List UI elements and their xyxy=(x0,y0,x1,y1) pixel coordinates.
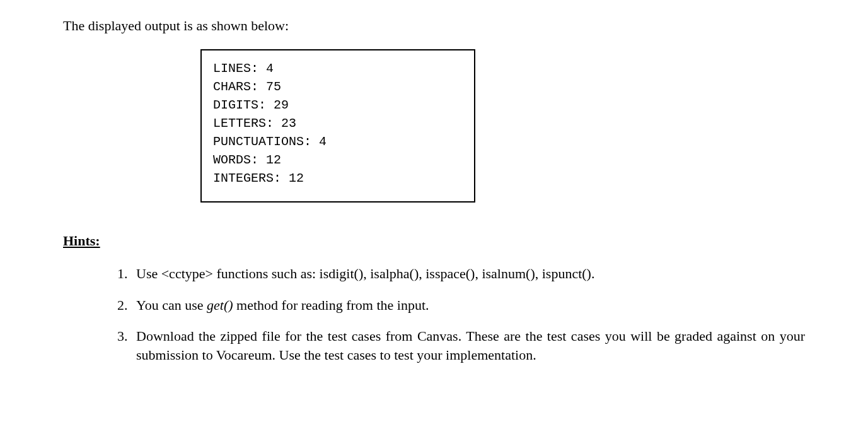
hint-item-2-post: method for reading from the input. xyxy=(233,297,429,313)
output-box: LINES: 4 CHARS: 75 DIGITS: 29 LETTERS: 2… xyxy=(200,49,475,203)
output-line: INTEGERS: 12 xyxy=(213,169,463,187)
hint-item-2: You can use get() method for reading fro… xyxy=(131,296,805,315)
hints-heading: Hints: xyxy=(63,233,805,249)
hints-list: Use <cctype> functions such as: isdigit(… xyxy=(63,264,805,365)
hint-item-2-pre: You can use xyxy=(136,297,207,313)
hint-item-2-italic: get() xyxy=(207,297,233,313)
output-line: PUNCTUATIONS: 4 xyxy=(213,132,463,151)
output-line: LETTERS: 23 xyxy=(213,114,463,132)
output-line: LINES: 4 xyxy=(213,59,463,78)
hint-item-3: Download the zipped file for the test ca… xyxy=(131,327,805,364)
output-line: DIGITS: 29 xyxy=(213,96,463,114)
output-line: CHARS: 75 xyxy=(213,78,463,96)
intro-text: The displayed output is as shown below: xyxy=(63,18,805,34)
hint-item-1: Use <cctype> functions such as: isdigit(… xyxy=(131,264,805,283)
output-line: WORDS: 12 xyxy=(213,151,463,169)
